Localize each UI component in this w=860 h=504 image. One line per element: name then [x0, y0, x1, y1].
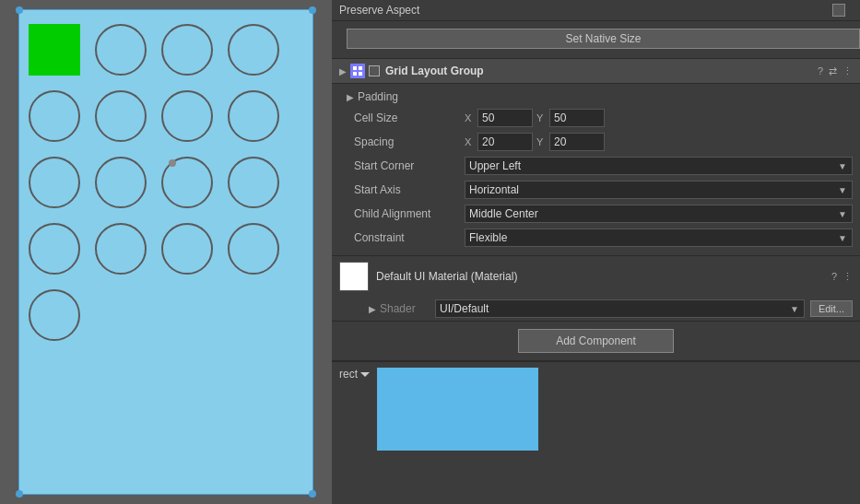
- grid-item-circle: [95, 157, 147, 208]
- shader-dropdown-wrapper: UI/Default ▼: [435, 299, 805, 318]
- svg-rect-0: [353, 66, 357, 70]
- start-corner-label: Start Corner: [354, 159, 465, 172]
- component-help-button[interactable]: ?: [818, 65, 823, 76]
- preserve-aspect-row: Preserve Aspect: [332, 0, 860, 21]
- material-info: Default UI Material (Material): [376, 270, 831, 283]
- component-preset-button[interactable]: ⇄: [829, 65, 837, 77]
- grid-item-green: [29, 24, 80, 76]
- cell-size-value: X Y: [465, 109, 853, 127]
- spacing-label: Spacing: [354, 135, 465, 148]
- padding-fold-arrow[interactable]: ▶: [347, 92, 354, 102]
- constraint-label: Constraint: [354, 231, 465, 244]
- rect-section: rect: [332, 361, 860, 504]
- spacing-value: X Y: [465, 133, 853, 151]
- shader-fold-arrow[interactable]: ▶: [369, 304, 376, 314]
- cell-size-label: Cell Size: [354, 111, 465, 124]
- constraint-row: Constraint Flexible ▼: [332, 226, 860, 250]
- grid-item-circle: [29, 90, 80, 142]
- spacing-x-input[interactable]: [477, 133, 533, 151]
- add-component-button[interactable]: Add Component: [518, 329, 674, 353]
- grid-layout-icon: [350, 64, 365, 78]
- shader-edit-button[interactable]: Edit...: [810, 300, 853, 317]
- cell-size-y-label: Y: [536, 112, 546, 123]
- cell-size-x-pair: X: [465, 109, 533, 127]
- material-actions: ? ⋮: [831, 271, 853, 283]
- svg-rect-2: [353, 72, 357, 76]
- cell-size-y-pair: Y: [536, 109, 605, 127]
- constraint-dropdown[interactable]: Flexible: [465, 229, 853, 247]
- material-preview[interactable]: [339, 262, 369, 291]
- inspector-panel: Preserve Aspect Set Native Size ▶ Grid L…: [332, 0, 860, 504]
- spacing-y-input[interactable]: [549, 133, 605, 151]
- canvas-content: [18, 9, 313, 495]
- spacing-row: Spacing X Y: [332, 130, 860, 154]
- grid-item-circle: [29, 157, 80, 208]
- add-component-wrapper: Add Component: [332, 322, 860, 361]
- child-alignment-dropdown[interactable]: Middle Center: [465, 205, 853, 223]
- constraint-dropdown-wrapper: Flexible ▼: [465, 229, 853, 247]
- start-axis-row: Start Axis Horizontal ▼: [332, 178, 860, 202]
- cell-size-x-label: X: [465, 112, 474, 123]
- rect-preview: [377, 368, 538, 451]
- material-help-button[interactable]: ?: [831, 271, 837, 282]
- start-axis-dropdown[interactable]: Horizontal: [465, 181, 853, 199]
- start-corner-dropdown[interactable]: Upper Left: [465, 157, 853, 175]
- start-corner-dropdown-wrapper: Upper Left ▼: [465, 157, 853, 175]
- grid-layout-group-header: ▶ Grid Layout Group ? ⇄ ⋮: [332, 59, 860, 84]
- preserve-aspect-label: Preserve Aspect: [339, 4, 832, 17]
- start-corner-row: Start Corner Upper Left ▼: [332, 154, 860, 178]
- spacing-y-label: Y: [536, 136, 546, 147]
- component-actions: ? ⇄ ⋮: [818, 65, 853, 77]
- spacing-x-label: X: [465, 136, 474, 147]
- corner-handle-bl[interactable]: [16, 490, 23, 498]
- preserve-aspect-checkbox[interactable]: [832, 4, 845, 17]
- rect-label: rect: [339, 368, 370, 381]
- child-alignment-label: Child Alignment: [354, 207, 465, 220]
- cell-size-row: Cell Size X Y: [332, 106, 860, 130]
- grid-item-circle: [95, 24, 147, 76]
- cell-size-y-input[interactable]: [549, 109, 605, 127]
- component-expand-arrow[interactable]: ▶: [339, 66, 347, 76]
- grid-item-circle: [161, 24, 213, 76]
- padding-label: Padding: [358, 90, 468, 103]
- component-menu-button[interactable]: ⋮: [842, 65, 853, 77]
- grid-item-circle: [228, 24, 279, 76]
- rect-fold-icon[interactable]: [360, 372, 370, 377]
- grid-item-circle: [228, 90, 279, 142]
- grid-item-circle: [161, 223, 213, 275]
- component-title: Grid Layout Group: [385, 64, 818, 77]
- component-enabled-checkbox[interactable]: [369, 65, 380, 76]
- center-handle[interactable]: [169, 159, 176, 167]
- grid-item-circle: [228, 157, 279, 208]
- material-name: Default UI Material (Material): [376, 270, 831, 283]
- child-alignment-row: Child Alignment Middle Center ▼: [332, 202, 860, 226]
- rect-label-text: rect: [339, 368, 358, 381]
- corner-handle-br[interactable]: [309, 490, 316, 498]
- shader-row: ▶ Shader UI/Default ▼ Edit...: [332, 297, 860, 322]
- svg-rect-1: [359, 66, 362, 70]
- canvas-panel: [0, 0, 332, 504]
- start-axis-dropdown-wrapper: Horizontal ▼: [465, 181, 853, 199]
- grid-item-circle: [228, 223, 279, 275]
- material-section: Default UI Material (Material) ? ⋮: [332, 255, 860, 297]
- shader-label: Shader: [380, 302, 435, 315]
- props-area: ▶ Padding Cell Size X Y Spacing: [332, 84, 860, 253]
- padding-row: ▶ Padding: [332, 88, 860, 106]
- spacing-y-pair: Y: [536, 133, 605, 151]
- set-native-size-button[interactable]: Set Native Size: [347, 29, 860, 49]
- cell-size-x-input[interactable]: [477, 109, 533, 127]
- material-menu-button[interactable]: ⋮: [842, 271, 853, 283]
- corner-handle-tl[interactable]: [16, 6, 23, 14]
- svg-rect-3: [359, 72, 362, 76]
- grid-item-circle: [95, 90, 147, 142]
- set-native-size-wrapper: Set Native Size: [332, 21, 860, 59]
- shader-dropdown[interactable]: UI/Default: [435, 299, 805, 318]
- grid-item-circle: [29, 223, 80, 275]
- grid-item-circle: [95, 223, 147, 275]
- corner-handle-tr[interactable]: [309, 6, 316, 14]
- spacing-x-pair: X: [465, 133, 533, 151]
- grid-item-circle: [29, 289, 80, 341]
- start-axis-label: Start Axis: [354, 183, 465, 196]
- child-alignment-dropdown-wrapper: Middle Center ▼: [465, 205, 853, 223]
- grid-item-circle: [161, 90, 213, 142]
